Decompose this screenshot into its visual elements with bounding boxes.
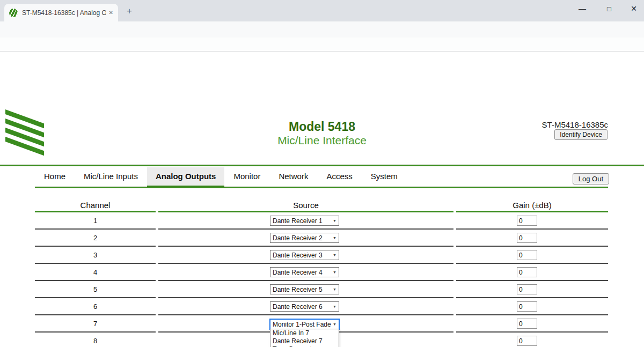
gain-input[interactable] [517, 233, 537, 243]
dropdown-option-mic-line-in-7[interactable]: Mic/Line In 7 [270, 329, 339, 337]
nav-tab-analog-outputs[interactable]: Analog Outputs [147, 167, 225, 186]
table-row-2: 2 Dante Receiver 2 ▼ [35, 230, 608, 247]
chevron-down-icon: ▼ [333, 287, 336, 291]
gain-input[interactable] [517, 216, 537, 226]
source-select-value: Dante Receiver 2 [273, 234, 323, 242]
chevron-down-icon: ▼ [333, 253, 336, 257]
nav-tab-mic-line-inputs[interactable]: Mic/Line Inputs [75, 167, 147, 186]
page-subtitle: Mic/Line Interface [0, 134, 644, 147]
source-select-value: Dante Receiver 4 [273, 269, 323, 276]
gain-input[interactable] [517, 284, 537, 294]
table-row-4: 4 Dante Receiver 4 ▼ [35, 264, 608, 281]
source-select[interactable]: Dante Receiver 2 ▼ [270, 233, 339, 243]
channel-number: 6 [35, 302, 156, 311]
bookmarks-bar: » [0, 38, 644, 51]
gain-input[interactable] [517, 319, 537, 329]
source-select-open[interactable]: Monitor 1-Post Fade ▼ [270, 319, 339, 329]
source-select[interactable]: Dante Receiver 1 ▼ [270, 216, 339, 226]
channel-number: 7 [35, 320, 156, 328]
tab-title: ST-M5418-16385c | Analog Outs [22, 9, 106, 17]
device-name: ST-M5418-16385c [542, 120, 608, 129]
column-header-source: Source [158, 201, 453, 210]
chevron-down-icon: ▼ [333, 219, 336, 223]
page-body: Model 5418 Mic/Line Interface ST-M5418-1… [0, 51, 644, 347]
main-nav: Home Mic/Line Inputs Analog Outputs Moni… [35, 167, 407, 186]
gain-input[interactable] [517, 267, 537, 277]
source-select-value: Dante Receiver 5 [273, 286, 323, 293]
window-close-button[interactable]: ✕ [621, 0, 644, 17]
nav-tab-network[interactable]: Network [269, 167, 317, 186]
nav-tab-system[interactable]: System [362, 167, 407, 186]
browser-tab-strip: ST-M5418-16385c | Analog Outs ✕ + — □ ✕ [0, 0, 644, 21]
nav-divider [35, 187, 608, 188]
channel-number: 8 [35, 337, 156, 345]
table-row-6: 6 Dante Receiver 6 ▼ [35, 298, 608, 315]
source-select-value: Dante Receiver 3 [273, 252, 323, 259]
browser-tab[interactable]: ST-M5418-16385c | Analog Outs ✕ [4, 4, 118, 21]
source-select[interactable]: Dante Receiver 3 ▼ [270, 250, 339, 260]
header-divider [0, 165, 644, 166]
new-tab-button[interactable]: + [127, 6, 132, 16]
nav-tab-home[interactable]: Home [35, 167, 75, 186]
site-favicon-icon [9, 9, 18, 17]
channel-number: 1 [35, 217, 156, 225]
chevron-down-icon: ▼ [333, 236, 336, 240]
log-out-button[interactable]: Log Out [573, 173, 609, 184]
window-minimize-button[interactable]: — [570, 0, 595, 17]
table-row-1: 1 Dante Receiver 1 ▼ [35, 212, 608, 230]
identify-device-button[interactable]: Identify Device [554, 129, 608, 140]
channel-number: 5 [35, 285, 156, 293]
dropdown-option-dante-receiver-7[interactable]: Dante Receiver 7 [270, 337, 339, 345]
tab-close-icon[interactable]: ✕ [109, 10, 113, 16]
channel-number: 2 [35, 234, 156, 242]
column-header-gain: Gain (±dB) [456, 201, 608, 210]
table-row-3: 3 Dante Receiver 3 ▼ [35, 247, 608, 264]
nav-tab-access[interactable]: Access [317, 167, 361, 186]
table-row-5: 5 Dante Receiver 5 ▼ [35, 281, 608, 298]
gain-input[interactable] [517, 336, 537, 346]
source-select-value: Dante Receiver 1 [273, 217, 323, 225]
source-dropdown-menu: Mic/Line In 7 Dante Receiver 7 Tone Gene… [270, 329, 339, 347]
chevron-down-icon: ▼ [333, 322, 336, 326]
browser-toolbar: ← → ↻ ⓘ Not secure 192.168.1.159 /out.ht… [0, 21, 644, 38]
source-select[interactable]: Dante Receiver 4 ▼ [270, 267, 339, 277]
source-select[interactable]: Dante Receiver 6 ▼ [270, 301, 339, 312]
window-maximize-button[interactable]: □ [597, 0, 621, 17]
chevron-down-icon: ▼ [333, 270, 336, 274]
channel-number: 4 [35, 268, 156, 276]
source-select-value: Monitor 1-Post Fade [273, 321, 331, 328]
channel-number: 3 [35, 251, 156, 259]
nav-tab-monitor[interactable]: Monitor [224, 167, 269, 186]
column-header-channel: Channel [35, 201, 156, 210]
source-select[interactable]: Dante Receiver 5 ▼ [270, 284, 339, 294]
chevron-down-icon: ▼ [333, 305, 336, 308]
gain-input[interactable] [517, 301, 537, 312]
gain-input[interactable] [517, 250, 537, 260]
source-select-value: Dante Receiver 6 [273, 303, 323, 311]
